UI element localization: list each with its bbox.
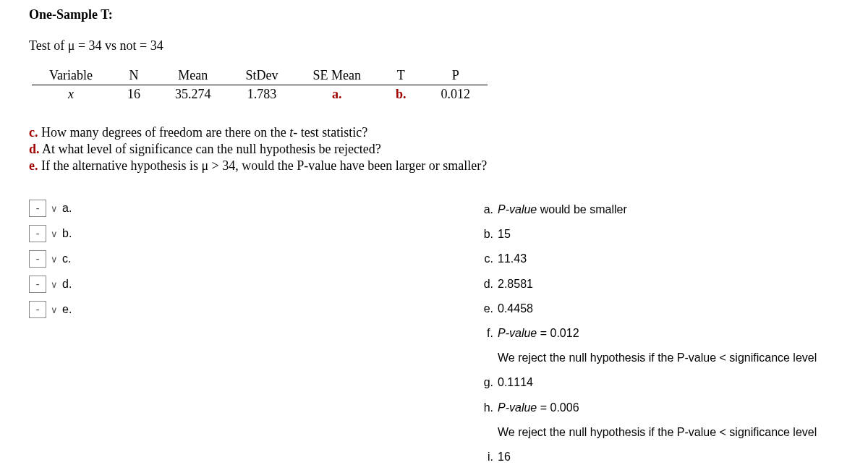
matching-dropdowns: - ∨ a. - ∨ b. - ∨ c. - ∨ d. - ∨ e. xyxy=(29,200,477,465)
chevron-down-icon: ∨ xyxy=(51,279,58,290)
table-data-row: x 16 35.274 1.783 a. b. 0.012 xyxy=(32,85,488,104)
header-t: T xyxy=(378,67,424,85)
question-c-text2: test statistic? xyxy=(297,125,367,140)
cell-variable: x xyxy=(32,85,110,104)
answer-b-letter: b. xyxy=(477,224,493,244)
answer-g: g. 0.1114 xyxy=(477,372,817,392)
match-row-e: - ∨ e. xyxy=(29,301,477,318)
select-e[interactable]: - xyxy=(29,301,46,318)
chevron-down-icon: ∨ xyxy=(51,203,58,214)
answer-h-rest: = 0.006 xyxy=(537,401,579,414)
answer-i-letter: i. xyxy=(477,447,493,465)
page-title: One-Sample T: xyxy=(29,7,839,22)
select-b[interactable]: - xyxy=(29,225,46,242)
answer-h-letter: h. xyxy=(477,398,493,417)
stats-table: Variable N Mean StDev SE Mean T P x 16 3… xyxy=(32,67,488,103)
answer-h: h. P-value = 0.006 xyxy=(477,398,817,417)
question-e-text: If the alternative hypothesis is μ > 34,… xyxy=(38,158,488,173)
answer-f-rest: = 0.012 xyxy=(537,327,579,339)
header-semean: SE Mean xyxy=(295,67,378,85)
answer-d: d. 2.8581 xyxy=(477,274,817,294)
answer-a: a. P-value would be smaller xyxy=(477,200,817,219)
answer-f-italic: P-value xyxy=(498,327,537,339)
cell-stdev: 1.783 xyxy=(228,85,295,104)
header-p: P xyxy=(423,67,488,85)
answer-d-text: 2.8581 xyxy=(498,274,533,294)
answer-f: f. P-value = 0.012 xyxy=(477,323,817,343)
select-a[interactable]: - xyxy=(29,200,46,217)
match-row-b: - ∨ b. xyxy=(29,225,477,242)
match-label-c: c. xyxy=(62,252,71,265)
cell-p: 0.012 xyxy=(423,85,488,104)
answer-i-text: 16 xyxy=(498,447,511,465)
answer-f-sub: We reject the null hypothesis if the P-v… xyxy=(498,348,817,367)
match-label-d: d. xyxy=(62,278,72,291)
answer-d-letter: d. xyxy=(477,274,493,294)
answer-a-letter: a. xyxy=(477,200,493,219)
answer-c-letter: c. xyxy=(477,249,493,268)
answer-a-italic: P-value xyxy=(498,203,537,216)
header-variable: Variable xyxy=(32,67,110,85)
answer-g-text: 0.1114 xyxy=(498,372,533,392)
question-c: c. How many degrees of freedom are there… xyxy=(29,125,839,140)
answer-a-rest: would be smaller xyxy=(537,203,627,216)
chevron-down-icon: ∨ xyxy=(51,304,58,315)
question-e: e. If the alternative hypothesis is μ > … xyxy=(29,158,839,174)
answer-i: i. 16 xyxy=(477,447,817,465)
cell-n: 16 xyxy=(110,85,158,104)
answer-b-text: 15 xyxy=(498,224,511,244)
chevron-down-icon: ∨ xyxy=(51,229,58,239)
select-d[interactable]: - xyxy=(29,276,46,293)
answer-c-text: 11.43 xyxy=(498,249,527,268)
answer-e-text: 0.4458 xyxy=(498,299,533,318)
match-label-b: b. xyxy=(62,227,72,240)
match-row-d: - ∨ d. xyxy=(29,276,477,293)
answer-e-letter: e. xyxy=(477,299,493,318)
header-n: N xyxy=(110,67,158,85)
header-mean: Mean xyxy=(158,67,229,85)
match-label-e: e. xyxy=(62,303,72,316)
question-c-text1: How many degrees of freedom are there on… xyxy=(38,125,290,140)
table-header-row: Variable N Mean StDev SE Mean T P xyxy=(32,67,488,85)
header-stdev: StDev xyxy=(228,67,295,85)
question-e-prefix: e. xyxy=(29,158,38,173)
answer-choices: a. P-value would be smaller b. 15 c. 11.… xyxy=(477,200,817,465)
question-d: d. At what level of significance can the… xyxy=(29,142,839,157)
cell-semean-blank: a. xyxy=(295,85,378,104)
question-d-text: At what level of significance can the nu… xyxy=(40,142,381,156)
match-row-c: - ∨ c. xyxy=(29,250,477,268)
hypothesis-line: Test of μ = 34 vs not = 34 xyxy=(29,38,839,54)
cell-t-blank: b. xyxy=(378,85,424,104)
chevron-down-icon: ∨ xyxy=(51,254,58,265)
cell-mean: 35.274 xyxy=(158,85,229,104)
answer-f-letter: f. xyxy=(477,323,493,343)
match-row-a: - ∨ a. xyxy=(29,200,477,217)
answer-e: e. 0.4458 xyxy=(477,299,817,318)
answer-g-letter: g. xyxy=(477,372,493,392)
question-d-prefix: d. xyxy=(29,142,40,156)
answer-h-sub: We reject the null hypothesis if the P-v… xyxy=(498,422,817,442)
question-c-prefix: c. xyxy=(29,125,38,140)
answer-h-italic: P-value xyxy=(498,401,537,414)
answer-b: b. 15 xyxy=(477,224,817,244)
answer-c: c. 11.43 xyxy=(477,249,817,268)
select-c[interactable]: - xyxy=(29,250,46,268)
match-label-a: a. xyxy=(62,202,72,215)
question-c-t: t- xyxy=(289,125,297,140)
